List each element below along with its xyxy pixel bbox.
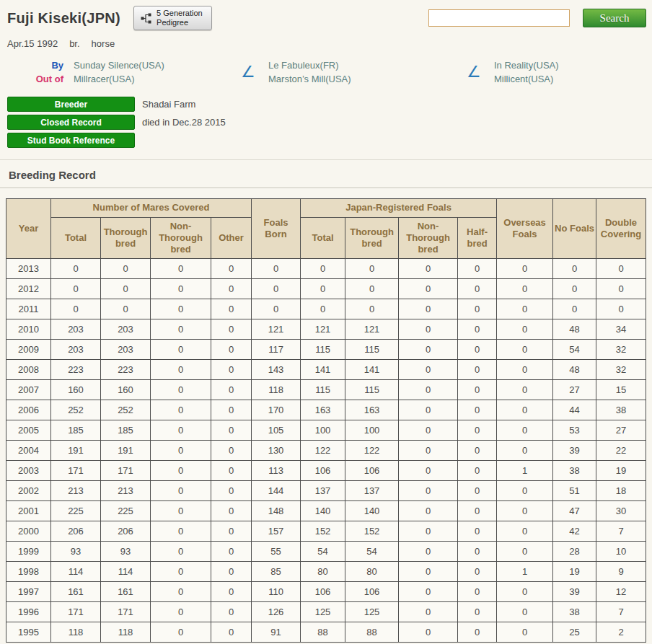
value-cell: 0 [211, 562, 252, 582]
table-row: 2011000000000000 [6, 299, 646, 319]
value-cell: 0 [211, 602, 252, 622]
value-cell: 0 [211, 501, 252, 521]
value-cell: 137 [301, 481, 345, 501]
value-cell: 53 [553, 420, 596, 441]
value-cell: 140 [301, 501, 345, 521]
value-cell: 0 [458, 602, 497, 622]
value-cell: 0 [497, 279, 553, 299]
sire-link[interactable]: Sunday Silence(USA) [74, 58, 226, 72]
value-cell: 110 [252, 582, 301, 602]
col-header-year: Year [6, 199, 51, 259]
value-cell: 32 [596, 340, 646, 360]
value-cell: 0 [345, 279, 399, 299]
pedigree-summary: By Out of Sunday Silence(USA) Millracer(… [0, 49, 652, 86]
value-cell: 0 [497, 622, 553, 643]
value-cell: 225 [51, 501, 101, 521]
stud-book-reference-button[interactable]: Stud Book Reference [7, 133, 135, 148]
value-cell: 0 [399, 360, 458, 380]
value-cell: 0 [497, 501, 553, 521]
value-cell: 252 [51, 400, 101, 420]
dam-dam-sire-link[interactable]: In Reality(USA) [494, 58, 559, 72]
value-cell: 0 [151, 259, 211, 279]
value-cell: 0 [497, 380, 553, 400]
value-cell: 0 [151, 582, 211, 602]
value-cell: 15 [596, 380, 646, 400]
value-cell: 0 [151, 319, 211, 340]
value-cell: 203 [101, 319, 151, 340]
value-cell: 0 [211, 319, 252, 340]
col-group-japan-registered: Japan-Registered Foals [301, 199, 497, 217]
year-cell: 2010 [6, 319, 51, 340]
value-cell: 0 [458, 501, 497, 521]
value-cell: 161 [101, 582, 151, 602]
value-cell: 125 [301, 602, 345, 622]
value-cell: 54 [345, 542, 399, 562]
value-cell: 0 [497, 259, 553, 279]
value-cell: 0 [458, 360, 497, 380]
breeder-button[interactable]: Breeder [7, 97, 135, 112]
value-cell: 206 [51, 521, 101, 542]
dam-link[interactable]: Millracer(USA) [74, 72, 226, 86]
value-cell: 0 [399, 259, 458, 279]
value-cell: 55 [252, 542, 301, 562]
search-input[interactable] [428, 9, 570, 27]
five-generation-pedigree-button[interactable]: 5 Generation Pedigree [133, 6, 212, 30]
value-cell: 252 [101, 400, 151, 420]
value-cell: 0 [497, 481, 553, 501]
col-header-japan-total: Total [301, 217, 345, 259]
col-header-foals-born: Foals Born [252, 199, 301, 259]
value-cell: 10 [596, 542, 646, 562]
value-cell: 0 [399, 521, 458, 542]
value-cell: 106 [301, 461, 345, 481]
table-row: 199511811800918888000252 [6, 622, 646, 643]
col-header-mares-thoroughbred: Thorough bred [101, 217, 151, 259]
search-button[interactable]: Search [583, 9, 646, 27]
value-cell: 54 [301, 542, 345, 562]
value-cell: 171 [101, 461, 151, 481]
pedigree-col-damdam-parents: In Reality(USA) Millicent(USA) [494, 58, 559, 86]
table-row: 2008223223001431411410004832 [6, 360, 646, 380]
value-cell: 125 [345, 602, 399, 622]
value-cell: 51 [553, 481, 596, 501]
value-cell: 185 [101, 420, 151, 441]
table-row: 2007160160001181151150002715 [6, 380, 646, 400]
value-cell: 0 [301, 259, 345, 279]
value-cell: 100 [345, 420, 399, 441]
dam-dam-dam-link[interactable]: Millicent(USA) [494, 72, 559, 86]
value-cell: 0 [151, 521, 211, 542]
value-cell: 0 [252, 259, 301, 279]
value-cell: 225 [101, 501, 151, 521]
value-cell: 160 [101, 380, 151, 400]
value-cell: 30 [596, 501, 646, 521]
dam-sire-link[interactable]: Le Fabuleux(FR) [268, 58, 452, 72]
value-cell: 0 [497, 319, 553, 340]
col-header-mares-other: Other [211, 217, 252, 259]
value-cell: 106 [301, 582, 345, 602]
coat-color: br. [69, 38, 79, 49]
col-header-no-foals: No Foals [553, 199, 596, 259]
value-cell: 137 [345, 481, 399, 501]
dam-dam-link[interactable]: Marston’s Mill(USA) [268, 72, 452, 86]
closed-record-button[interactable]: Closed Record [7, 115, 135, 130]
year-cell: 2011 [6, 299, 51, 319]
value-cell: 88 [345, 622, 399, 643]
value-cell: 0 [399, 602, 458, 622]
col-header-mares-non-thoroughbred: Non-Thorough bred [151, 217, 211, 259]
table-row: 2002213213001441371370005118 [6, 481, 646, 501]
table-row: 2006252252001701631630004438 [6, 400, 646, 420]
value-cell: 117 [252, 340, 301, 360]
value-cell: 121 [252, 319, 301, 340]
value-cell: 105 [252, 420, 301, 441]
breeder-row: Breeder Shadai Farm [7, 97, 652, 112]
year-cell: 1995 [6, 622, 51, 643]
value-cell: 32 [596, 360, 646, 380]
col-header-japan-thoroughbred: Thorough bred [345, 217, 399, 259]
value-cell: 0 [399, 380, 458, 400]
table-row: 2001225225001481401400004730 [6, 501, 646, 521]
value-cell: 0 [151, 501, 211, 521]
value-cell: 0 [399, 481, 458, 501]
pedigree-angle-icon: ∠ [241, 64, 258, 86]
foaled-date: Apr.15 1992 [7, 38, 58, 49]
value-cell: 0 [211, 340, 252, 360]
table-row: 2013000000000000 [6, 259, 646, 279]
